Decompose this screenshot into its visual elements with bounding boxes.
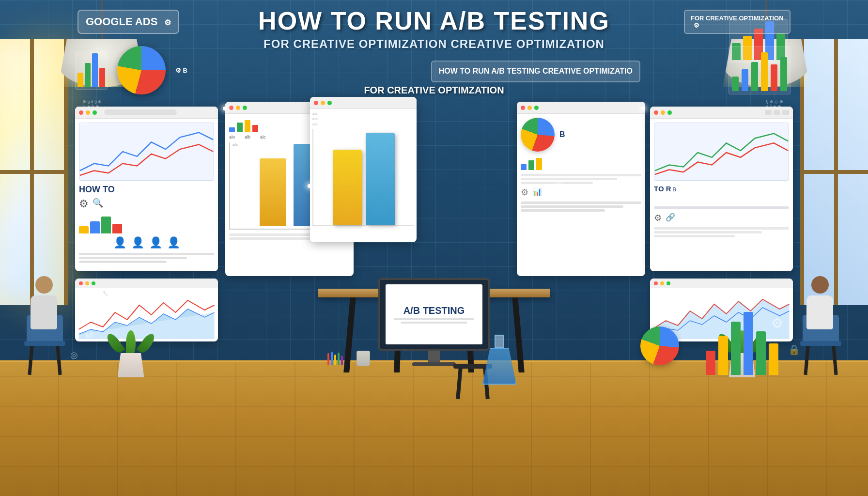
browser-panel-right: TO R B ⚙ 🔗 (650, 107, 793, 271)
human-figures-row: 👤 👤 👤 👤 (79, 236, 214, 249)
desk-leg-1 (343, 297, 356, 372)
main-scene: GOOGLE ADS ⚙ HOW TO RUN A/B TESTING FOR … (0, 0, 868, 496)
google-ads-badge: GOOGLE ADS ⚙ (78, 10, 179, 34)
wall-annotation-2: § ⊕ ◇ ⊗∂ § ◈ ⊗ (766, 99, 783, 109)
plant-left (116, 330, 145, 377)
url-bar-left (104, 109, 177, 115)
right-top-badge: FOR CREATIVE OPTIMIZATION ⚙ (684, 10, 790, 34)
gear-icon-right: ⚙ (694, 22, 699, 29)
right-side-heading-box: HOW TO RUN A/B TESTING CREATIVE OPTIMIZA… (431, 61, 640, 82)
wave-chart-area (75, 288, 218, 341)
doc-lines-left (79, 253, 214, 263)
heading-line1: HOW TO RUN A/B TESTING (216, 7, 652, 35)
floor (0, 360, 868, 496)
left-bar-chart (75, 51, 108, 90)
window-left (0, 39, 68, 305)
pen-cup (356, 351, 370, 366)
dot-red-left (79, 110, 83, 115)
how-to-text: HOW TO (79, 185, 214, 195)
top-pie-chart (117, 46, 166, 94)
right-panel-line-chart (654, 123, 789, 181)
right-center-panel-body: B ⚙ 📊 (517, 114, 645, 276)
person-right-head (811, 276, 829, 294)
left-chair-seat (24, 341, 65, 346)
window-right (800, 39, 868, 305)
main-heading: HOW TO RUN A/B TESTING FOR CREATIVE OPTI… (216, 7, 652, 51)
plant-left-pot (118, 353, 144, 377)
circle-icon-left: ◎ (70, 350, 78, 360)
monitor-base (412, 362, 456, 366)
pencil-5 (341, 356, 343, 365)
center-bar-a (260, 158, 286, 226)
left-chair-leg-1 (28, 346, 33, 375)
left-chair-leg-2 (56, 346, 62, 375)
glow-dot-4 (557, 184, 560, 188)
browser-panel-left: HOW TO ⚙ 🔍 👤 👤 👤 👤 (75, 107, 218, 271)
main-bar-a (333, 150, 362, 225)
right-chair-leg-1 (804, 346, 809, 375)
wall-annotation-1: ⊗ § ∂ § ⊕◇ ◈ § ⊗ (82, 99, 102, 109)
top-left-chart-area: ⚙ B (75, 46, 187, 94)
chalk-text-right: ⊕ ⊗ ⚙ (763, 291, 778, 296)
gear-icon: ⚙ (164, 18, 171, 27)
center-chair-leg-1 (456, 368, 463, 399)
glow-dot-1 (223, 107, 227, 110)
monitor-neck (428, 351, 440, 362)
person-left (27, 315, 63, 375)
monitor-screen: A/B TESTING (378, 278, 490, 351)
monitor: A/B TESTING (378, 278, 490, 366)
gear-icons-row: ⚙ 🔍 (79, 198, 214, 210)
person-left-body (31, 295, 57, 329)
gear-icon-wall-left2: ⚙ (85, 328, 94, 341)
lock-icon-right: 🔒 (788, 344, 800, 356)
heading-subtitle: FOR CREATIVE OPTIMIZATION CREATIVE OPTIM… (216, 37, 652, 51)
browser-panel-right-center: B ⚙ 📊 (517, 102, 645, 276)
person-left-head (35, 276, 53, 294)
top-left-text: ⚙ B (175, 67, 187, 74)
person-right-body (806, 295, 833, 329)
monitor-text: A/B TESTING (403, 305, 465, 316)
small-bar-chart (79, 214, 214, 233)
top-right-chart (728, 46, 790, 94)
center-main-panel-body: alb alb alb B/B (310, 109, 417, 242)
right-chair-leg-2 (832, 346, 837, 375)
chalk-text-left: & ⊕ ⊗ 🔧 (87, 291, 108, 296)
pencils-container (327, 352, 343, 365)
bottom-right-bar-chart (706, 307, 778, 375)
main-bar-b (366, 133, 395, 225)
left-panel-line-chart (79, 123, 214, 181)
flask-neck (495, 335, 504, 348)
pencil-1 (327, 353, 329, 365)
for-creative-text: FOR CREATIVE OPTIMZATION (364, 85, 504, 96)
right-panel-body: TO R B ⚙ 🔗 (650, 119, 793, 271)
svg-marker-0 (79, 309, 215, 339)
pencil-4 (338, 353, 340, 365)
gear-icon-wall-left: ⚙ (80, 116, 90, 129)
browser-panel-center-main: alb alb alb B/B (310, 97, 417, 242)
bottom-right-pie (640, 326, 679, 365)
right-chair-seat (800, 341, 841, 346)
pencil-2 (331, 352, 333, 365)
monitor-display: A/B TESTING (386, 284, 482, 345)
dot-green-left (93, 110, 97, 115)
person-right (803, 315, 839, 375)
dot-yellow-left (86, 110, 90, 115)
pencil-3 (334, 355, 336, 365)
glow-dot-2 (641, 107, 645, 110)
flask (482, 335, 516, 385)
to-r-text: TO R B (654, 185, 789, 193)
flask-body (482, 348, 516, 385)
glow-dot-3 (308, 184, 311, 188)
right-pie-chart (521, 118, 555, 152)
